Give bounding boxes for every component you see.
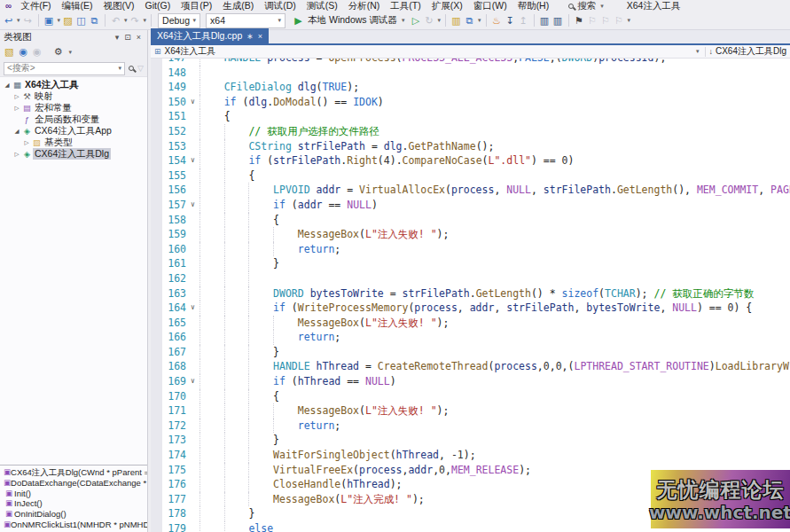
menu-item[interactable]: 窗口(W) — [468, 0, 512, 12]
project-dropdown[interactable]: X64注入工具 — [165, 45, 216, 58]
menu-item[interactable]: 编辑(E) — [57, 0, 98, 12]
close-icon[interactable]: × — [134, 33, 144, 42]
class-view-search-input[interactable]: <搜索> ▾ — [4, 62, 125, 75]
pin-icon[interactable]: ⊡ — [121, 33, 134, 42]
code-line[interactable]: 157∨if (addr == NULL) — [151, 198, 790, 213]
member-item[interactable]: ▣InJect() — [0, 498, 147, 509]
code-line[interactable]: 174WaitForSingleObject(hThread, -1); — [151, 448, 790, 463]
member-dropdown[interactable]: CX64注入工具Dlg — [716, 45, 786, 58]
profiler-icon[interactable]: ▥ — [552, 12, 564, 28]
navigate-forward-icon[interactable]: ↪ — [22, 12, 34, 28]
member-item[interactable]: ▣DoDataExchange(CDataExchange * pD — [0, 478, 147, 489]
save-icon[interactable]: ◫ — [75, 12, 87, 28]
redo-dropdown-icon[interactable]: ▾ — [144, 17, 147, 24]
new-folder-icon[interactable]: ▧ — [4, 46, 13, 58]
code-line[interactable]: 161} — [151, 256, 790, 271]
hot-reload-icon[interactable]: ♨ — [491, 12, 503, 28]
filter-icon[interactable]: ▽ — [137, 64, 144, 73]
tree-item[interactable]: ◢▦X64注入工具 — [0, 79, 147, 90]
start-without-debugging-icon[interactable]: ▷ — [411, 12, 422, 28]
collapsed-arrow-icon[interactable]: ▷ — [22, 137, 31, 148]
tree-item[interactable]: ◢◈CX64注入工具App — [0, 125, 147, 137]
code-line[interactable]: 169∨if (hThread == NULL) — [151, 374, 790, 389]
tree-item[interactable]: ▷▤宏和常量 — [0, 102, 147, 113]
fold-marker-icon[interactable]: ∨ — [186, 95, 199, 110]
scope-dropdown-icon[interactable]: ▾ — [692, 48, 703, 55]
collapsed-arrow-icon[interactable]: ▷ — [12, 102, 21, 113]
configuration-select[interactable]: Debug ▾ — [158, 13, 200, 28]
code-line[interactable]: 153CString strFilePath = dlg.GetPathName… — [151, 139, 790, 154]
code-line[interactable]: 168HANDLE hThread = CreateRemoteThread(p… — [151, 359, 790, 374]
search-box[interactable]: 搜索 ▾ — [568, 0, 604, 12]
code-line[interactable]: 167} — [151, 345, 790, 360]
tree-item[interactable]: ▷◈CX64注入工具Dlg — [0, 148, 147, 160]
attach-process-icon[interactable]: ▥ — [539, 12, 551, 28]
bookmark-dropdown-icon[interactable]: ▾ — [628, 17, 631, 24]
fold-marker-icon[interactable]: ∨ — [186, 153, 199, 168]
member-item[interactable]: ▣OnInitDialog() — [0, 509, 147, 520]
code-line[interactable]: 170{ — [151, 389, 790, 404]
tree-item[interactable]: ▷▨基类型 — [0, 137, 147, 148]
menu-item[interactable]: 调试(D) — [259, 0, 301, 12]
panel-menu-icon[interactable]: ▾ — [113, 33, 122, 42]
search-icon[interactable] — [129, 66, 134, 71]
refresh-dropdown-icon[interactable]: ▾ — [438, 17, 442, 24]
menu-item[interactable]: 工具(T) — [385, 0, 426, 12]
settings-dropdown-icon[interactable]: ▾ — [69, 49, 73, 56]
menu-item[interactable]: 扩展(X) — [426, 0, 468, 12]
start-debugging-button[interactable]: ▶ 本地 Windows 调试器 ▾ — [289, 12, 408, 28]
code-line[interactable]: 164∨if (WriteProcessMemory(process, addr… — [151, 301, 790, 316]
tab-x64-dlg-cpp[interactable]: X64注入工具Dlg.cpp ∗ × — [151, 28, 269, 43]
code-line[interactable]: 152// 获取用户选择的文件路径 — [151, 124, 790, 139]
collapsed-arrow-icon[interactable]: ▷ — [12, 148, 21, 160]
step-out-icon[interactable]: ↥ — [518, 12, 529, 28]
member-item[interactable]: ▣Init() — [0, 489, 147, 499]
back-dropdown-icon[interactable]: ▾ — [17, 17, 20, 24]
expanded-arrow-icon[interactable]: ◢ — [3, 79, 12, 90]
tree-item[interactable]: ▷⚒映射 — [0, 90, 147, 102]
class-view-back-icon[interactable]: ◉ — [19, 46, 27, 58]
member-item[interactable]: ▣OnNMRClickList1(NMHDR * pNMHD — [0, 520, 147, 530]
pin-icon[interactable]: ∗ — [246, 32, 254, 41]
code-line[interactable]: 148 — [151, 66, 790, 81]
open-file-icon[interactable]: ▨ — [62, 12, 74, 28]
clear-bookmarks-icon[interactable]: ⚐ — [614, 12, 625, 28]
collapsed-arrow-icon[interactable]: ▷ — [12, 90, 21, 102]
code-line[interactable]: 160return; — [151, 242, 790, 257]
fold-marker-icon[interactable]: ∨ — [186, 301, 199, 316]
fold-marker-icon[interactable]: ∨ — [186, 374, 199, 389]
member-item[interactable]: ▣CX64注入工具Dlg(CWnd * pParent = — [0, 467, 147, 478]
code-line[interactable]: 158{ — [151, 213, 790, 228]
bookmark-icon[interactable]: ⚑ — [574, 12, 585, 28]
refresh-icon[interactable]: ↻ — [424, 12, 435, 28]
save-all-icon[interactable]: ⧉ — [89, 12, 100, 28]
window-layout-icon[interactable]: ⧉ — [464, 12, 475, 28]
code-line[interactable]: 147HANDLE process = OpenProcess(PROCESS_… — [151, 59, 790, 66]
menu-item[interactable]: 生成(B) — [217, 0, 259, 12]
code-line[interactable]: 171MessageBox(L"注入失败! "); — [151, 403, 790, 419]
next-bookmark-icon[interactable]: ⚐ — [600, 12, 612, 28]
menu-item[interactable]: 文件(F) — [15, 0, 56, 12]
platform-select[interactable]: x64 ▾ — [206, 13, 285, 28]
menu-item[interactable]: 视图(V) — [98, 0, 140, 12]
menu-item[interactable]: 帮助(H) — [512, 0, 555, 12]
code-line[interactable]: 163DWORD bytesToWrite = strFilePath.GetL… — [151, 286, 790, 301]
feedback-icon[interactable]: ▥ — [450, 12, 462, 28]
redo-icon[interactable]: ↷ — [129, 12, 141, 28]
window-layout-dropdown-icon[interactable]: ▾ — [478, 17, 481, 24]
tree-item[interactable]: ƒ全局函数和变量 — [0, 113, 147, 125]
prev-bookmark-icon[interactable]: ⚐ — [587, 12, 598, 28]
code-line[interactable]: 155{ — [151, 168, 790, 184]
close-icon[interactable]: × — [258, 32, 262, 41]
code-line[interactable]: 162 — [151, 271, 790, 286]
code-line[interactable]: 156LPVOID addr = VirtualAllocEx(process,… — [151, 183, 790, 198]
code-line[interactable]: 165MessageBox(L"注入失败! "); — [151, 316, 790, 331]
code-line[interactable]: 150∨if (dlg.DoModal() == IDOK) — [151, 95, 790, 110]
menu-item[interactable]: Git(G) — [140, 0, 176, 12]
code-line[interactable]: 166return; — [151, 330, 790, 345]
navigate-back-icon[interactable]: ↩ — [3, 12, 14, 28]
code-line[interactable]: 159MessageBox(L"注入失败! "); — [151, 227, 790, 242]
new-file-dropdown-icon[interactable]: ▾ — [58, 17, 61, 24]
menu-item[interactable]: 项目(P) — [176, 0, 217, 12]
menu-item[interactable]: 分析(N) — [343, 0, 386, 12]
